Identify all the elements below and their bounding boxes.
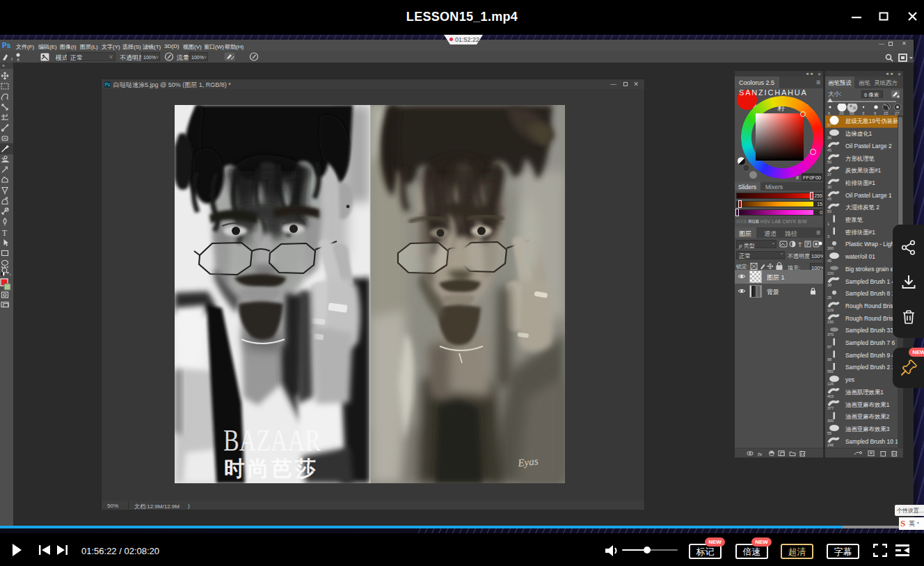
svg-text:109: 109: [827, 308, 834, 312]
svg-text:9: 9: [874, 111, 876, 115]
svg-text:Sampled Brush 8 10: Sampled Brush 8 10: [845, 290, 898, 297]
svg-text:98: 98: [827, 357, 831, 362]
svg-text:Sampled Brush 10 10: Sampled Brush 10 10: [845, 438, 898, 445]
svg-text:Sampled Brush 7 6: Sampled Brush 7 6: [845, 339, 895, 346]
svg-text:29: 29: [839, 111, 843, 115]
svg-text:3: 3: [862, 111, 864, 115]
svg-text:Eyas: Eyas: [517, 455, 539, 469]
svg-text:Plastic Wrap - Light 90 pix: Plastic Wrap - Light 90 pix: [845, 241, 898, 248]
svg-text:3: 3: [827, 234, 829, 238]
svg-text:55: 55: [827, 431, 831, 435]
svg-text:Oil Pastel Large 2: Oil Pastel Large 2: [845, 143, 892, 149]
svg-text:45: 45: [827, 148, 831, 152]
svg-text:403: 403: [827, 394, 834, 398]
svg-text:126: 126: [827, 382, 834, 386]
svg-text:BAZAAR: BAZAAR: [223, 423, 321, 458]
svg-text:炭效果块面#1: 炭效果块面#1: [845, 167, 882, 174]
svg-text:50: 50: [827, 160, 831, 164]
svg-text:6: 6: [17, 58, 20, 62]
svg-text:220: 220: [827, 271, 834, 275]
svg-text:油画亚麻布效果3: 油画亚麻布效果3: [845, 426, 890, 432]
svg-text:时尚芭莎: 时尚芭莎: [224, 457, 319, 480]
svg-text:57: 57: [827, 123, 831, 127]
svg-text:150: 150: [827, 320, 834, 324]
svg-text:582: 582: [827, 369, 834, 373]
svg-text:大湿排炭笔 2: 大湿排炭笔 2: [845, 204, 879, 211]
svg-text:超级无敌19号伪装新: 超级无敌19号伪装新: [845, 118, 898, 124]
svg-text:Rough Round Bristle #5: Rough Round Bristle #5: [845, 302, 898, 309]
svg-text:»: »: [2, 63, 5, 68]
svg-text:water/oil 01: water/oil 01: [845, 253, 875, 260]
svg-text:Oil Pastel Large 1: Oil Pastel Large 1: [845, 192, 892, 199]
svg-text:25: 25: [884, 111, 888, 115]
svg-text:方形机理笔: 方形机理笔: [845, 155, 875, 162]
svg-text:Sampled Brush 2 15: Sampled Brush 2 15: [845, 364, 898, 371]
svg-text:油画亚麻布效果2: 油画亚麻布效果2: [845, 413, 890, 420]
svg-text:37: 37: [827, 172, 831, 177]
svg-text:油画亚麻布效果1: 油画亚麻布效果1: [845, 401, 890, 408]
svg-text:密排块面#1: 密排块面#1: [845, 229, 875, 236]
svg-text:300: 300: [827, 419, 834, 423]
svg-text:6: 6: [828, 111, 830, 115]
svg-text:T: T: [2, 229, 7, 237]
svg-text:30: 30: [827, 185, 831, 189]
svg-text:45: 45: [827, 197, 831, 201]
svg-text:Sampled Brush 9 48: Sampled Brush 9 48: [845, 352, 898, 359]
svg-text:Rough Round Bristle #6: Rough Round Bristle #6: [845, 315, 898, 322]
svg-text:1: 1: [827, 222, 829, 226]
svg-text:50: 50: [827, 209, 831, 213]
svg-text:300: 300: [827, 246, 834, 250]
svg-text:370: 370: [827, 332, 834, 337]
svg-text:36: 36: [827, 136, 831, 140]
svg-text:97: 97: [827, 345, 831, 349]
svg-text:fx: fx: [758, 451, 763, 458]
svg-text:边缘虚化1: 边缘虚化1: [845, 130, 873, 137]
svg-text:松排块面#1: 松排块面#1: [845, 179, 875, 186]
svg-text:45: 45: [827, 259, 831, 263]
svg-text:377: 377: [827, 406, 834, 410]
svg-text:油画肌理效果1: 油画肌理效果1: [845, 389, 884, 396]
svg-text:密浆笔: 密浆笔: [845, 216, 863, 223]
svg-text:Sampled Brush 33 6: Sampled Brush 33 6: [845, 327, 898, 334]
svg-text:246: 246: [827, 443, 834, 447]
svg-text:yes: yes: [845, 376, 854, 383]
svg-text:25: 25: [827, 296, 831, 300]
svg-text:T: T: [798, 241, 802, 248]
svg-text:Big strokes grain edges: Big strokes grain edges: [845, 266, 898, 273]
svg-text:27: 27: [895, 111, 899, 115]
svg-text:Sampled Brush 1 4: Sampled Brush 1 4: [845, 278, 895, 285]
svg-text:59: 59: [850, 111, 854, 115]
svg-text:38: 38: [827, 283, 831, 287]
